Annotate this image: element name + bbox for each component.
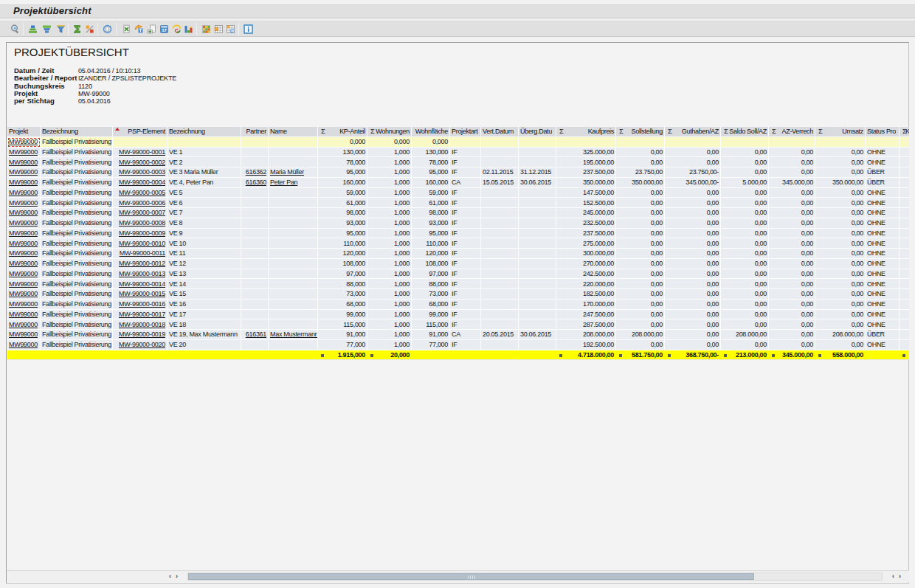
cell-bezeichnung2[interactable]: VE 5 — [168, 188, 241, 198]
cell-partner[interactable] — [241, 208, 269, 218]
cell-name[interactable] — [269, 300, 318, 310]
cell-bezeichnung[interactable]: Fallbeispiel Privatisierung — [41, 319, 113, 330]
cell-guthaben_az[interactable]: 0,00 — [665, 198, 721, 208]
cell-bezeichnung2[interactable]: VE 14 — [168, 279, 241, 289]
print-preview-icon[interactable] — [102, 24, 113, 35]
cell-status_pro[interactable]: OHNE — [866, 269, 900, 280]
cell-name[interactable] — [269, 279, 318, 289]
cell-bezeichnung[interactable]: Fallbeispiel Privatisierung — [41, 218, 113, 229]
cell-az_verrech[interactable]: 0,00 — [769, 148, 815, 158]
cell-umsatz[interactable] — [815, 137, 866, 148]
cell-k_cut[interactable] — [900, 218, 909, 229]
psp-link[interactable]: MW-99000-0018 — [119, 321, 165, 328]
projekt-link[interactable]: MW99000 — [9, 168, 38, 176]
cell-az_verrech[interactable]: 0,00 — [769, 229, 815, 239]
cell-bezeichnung[interactable]: Fallbeispiel Privatisierung — [41, 198, 113, 208]
column-header-partner[interactable]: Partner — [241, 127, 269, 137]
cell-guthaben_az[interactable]: 0,00 — [665, 340, 721, 350]
cell-vert_datum[interactable] — [481, 198, 519, 208]
cell-az_verrech[interactable]: 0,00 — [769, 198, 815, 208]
cell-wohnflaeche[interactable]: 93,000 — [412, 218, 450, 229]
cell-kp_anteil[interactable]: 93,000 — [318, 218, 367, 229]
cell-vert_datum[interactable] — [481, 289, 519, 300]
cell-kaufpreis[interactable]: 237.500,00 — [556, 167, 616, 178]
cell-saldo_soll_az[interactable]: 0,00 — [721, 269, 769, 280]
cell-status_pro[interactable]: OHNE — [866, 188, 900, 198]
projekt-link[interactable]: MW99000 — [9, 300, 38, 308]
cell-k_cut[interactable] — [900, 157, 909, 167]
cell-name[interactable] — [269, 249, 318, 259]
cell-partner[interactable] — [241, 289, 269, 300]
cell-k_cut[interactable] — [900, 269, 909, 280]
cell-kp_anteil[interactable]: 88,000 — [318, 279, 367, 289]
cell-projektart[interactable]: IF — [450, 319, 481, 330]
cell-kp_anteil[interactable]: 99,000 — [318, 310, 367, 320]
cell-sollstellung[interactable]: 0,00 — [616, 289, 665, 300]
cell-az_verrech[interactable]: 0,00 — [769, 188, 815, 198]
psp-link[interactable]: MW-99000-0001 — [119, 148, 165, 156]
cell-az_verrech[interactable]: 0,00 — [769, 259, 815, 269]
cell-wohnungen[interactable]: 1,000 — [367, 238, 412, 249]
cell-guthaben_az[interactable]: 0,00 — [665, 269, 721, 280]
scrollbar-thumb[interactable] — [188, 573, 754, 580]
cell-status_pro[interactable]: OHNE — [866, 300, 900, 310]
cell-kp_anteil[interactable]: 95,000 — [318, 167, 367, 178]
cell-wohnflaeche[interactable]: 98,000 — [412, 208, 450, 218]
cell-kp_anteil[interactable]: 98,000 — [318, 208, 367, 218]
column-header-psp[interactable]: PSP-Element — [113, 127, 168, 137]
cell-sollstellung[interactable]: 0,00 — [616, 208, 665, 218]
cell-bezeichnung2[interactable]: VE 12 — [168, 259, 241, 269]
cell-wohnflaeche[interactable]: 77,000 — [412, 340, 450, 350]
cell-az_verrech[interactable]: 0,00 — [769, 279, 815, 289]
cell-saldo_soll_az[interactable]: 0,00 — [721, 289, 769, 300]
cell-saldo_soll_az[interactable]: 0,00 — [721, 188, 769, 198]
cell-wohnungen[interactable]: 1,000 — [367, 148, 412, 158]
cell-guthaben_az[interactable]: 0,00 — [665, 259, 721, 269]
cell-wohnungen[interactable]: 1,000 — [367, 198, 412, 208]
cell-status_pro[interactable]: ÜBER — [866, 178, 900, 188]
cell-bezeichnung2[interactable]: VE 18 — [168, 319, 241, 330]
cell-guthaben_az[interactable]: 0,00 — [665, 208, 721, 218]
cell-saldo_soll_az[interactable]: 0,00 — [721, 300, 769, 310]
cell-wohnflaeche[interactable]: 95,000 — [412, 167, 450, 178]
cell-name[interactable] — [269, 238, 318, 249]
cell-name[interactable] — [269, 319, 318, 330]
cell-saldo_soll_az[interactable]: 0,00 — [721, 218, 769, 229]
cell-guthaben_az[interactable]: 0,00 — [665, 148, 721, 158]
cell-saldo_soll_az[interactable]: 0,00 — [721, 279, 769, 289]
cell-kp_anteil[interactable]: 115,000 — [318, 319, 367, 330]
cell-kaufpreis[interactable]: 170.000,00 — [556, 300, 616, 310]
partner-link[interactable]: 616361 — [246, 331, 266, 338]
cell-status_pro[interactable]: OHNE — [866, 208, 900, 218]
send-calendar-icon[interactable]: 17 — [159, 24, 170, 35]
cell-ueberg_datum[interactable] — [519, 249, 556, 259]
cell-guthaben_az[interactable]: 23.750,00- — [665, 167, 721, 178]
cell-kaufpreis[interactable]: 275.000,00 — [556, 238, 616, 249]
cell-wohnungen[interactable]: 1,000 — [367, 310, 412, 320]
cell-wohnflaeche[interactable]: 73,000 — [412, 289, 450, 300]
cell-sollstellung[interactable]: 0,00 — [616, 148, 665, 158]
cell-sollstellung[interactable]: 0,00 — [616, 310, 665, 320]
cell-az_verrech[interactable]: 0,00 — [769, 310, 815, 320]
cell-k_cut[interactable] — [900, 259, 909, 269]
cell-name[interactable] — [269, 137, 318, 148]
cell-guthaben_az[interactable]: 0,00 — [665, 249, 721, 259]
projekt-link[interactable]: MW99000 — [9, 260, 38, 267]
subtotal-icon[interactable] — [84, 24, 95, 35]
cell-saldo_soll_az[interactable]: 0,00 — [721, 319, 769, 330]
cell-k_cut[interactable] — [900, 137, 909, 148]
cell-partner[interactable] — [241, 310, 269, 320]
cell-status_pro[interactable]: OHNE — [866, 259, 900, 269]
cell-wohnungen[interactable]: 1,000 — [367, 218, 412, 229]
cell-umsatz[interactable]: 0,00 — [815, 340, 866, 350]
cell-az_verrech[interactable]: 0,00 — [769, 300, 815, 310]
cell-partner[interactable] — [241, 340, 269, 350]
cell-vert_datum[interactable] — [481, 249, 519, 259]
cell-k_cut[interactable] — [900, 167, 909, 178]
cell-kp_anteil[interactable]: 78,000 — [318, 157, 367, 167]
cell-status_pro[interactable]: OHNE — [866, 289, 900, 300]
cell-projektart[interactable]: CA — [450, 178, 481, 188]
cell-ueberg_datum[interactable]: 31.12.2015 — [519, 167, 556, 178]
cell-vert_datum[interactable] — [481, 319, 519, 330]
cell-projektart[interactable]: IF — [450, 259, 481, 269]
